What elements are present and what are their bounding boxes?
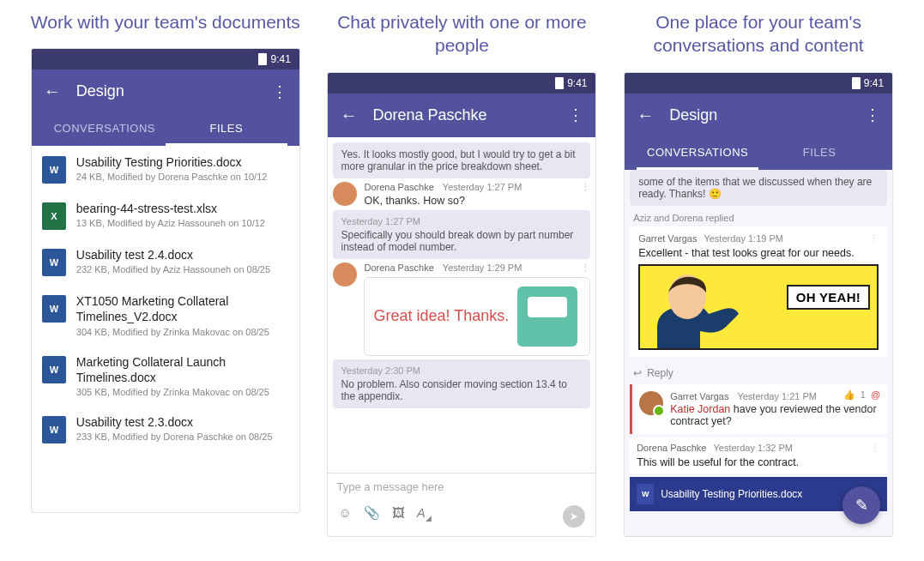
meme-image[interactable]: OH YEAH! [638,264,879,350]
file-meta: 13 KB, Modified by Aziz Hassouneh on 10/… [76,218,289,228]
timestamp: Yesterday 1:21 PM [737,391,817,401]
send-button[interactable]: ➤ [563,505,585,528]
incoming-message[interactable]: Dorena PaschkeYesterday 1:27 PM⋮ OK, tha… [333,182,590,207]
conversation-feed: some of the items that we discussed when… [625,170,892,536]
file-name: Usability test 2.4.docx [76,247,289,262]
timestamp: Yesterday 1:27 PM [443,182,573,192]
word-file-icon: W [637,484,654,504]
outgoing-bubble[interactable]: Yesterday 2:30 PM No problem. Also consi… [333,359,590,408]
word-file-icon: W [42,416,66,443]
timestamp: Yesterday 1:32 PM [713,443,793,453]
msg-menu-icon[interactable]: ⋮ [871,443,880,454]
msg-menu-icon[interactable]: ⋮ [869,233,879,244]
file-name: XT1050 Marketing Collateral Timelines_V2… [76,293,289,324]
file-name: bearing-44-stress-test.xlsx [76,201,289,216]
file-meta: 24 KB, Modified by Dorena Paschke on 10/… [76,172,289,182]
battery-icon [555,77,564,89]
reply-bubble[interactable]: some of the items that we discussed when… [630,170,887,206]
file-row[interactable]: WUsability test 2.4.docx232 KB, Modified… [32,238,299,285]
status-bar: 9:41 [625,73,892,94]
meme-illustration [640,267,760,348]
caption-files: Work with your team's documents [31,10,300,33]
thread-reply[interactable]: 👍1@ Garret VargasYesterday 1:21 PM Katie… [630,384,887,434]
app-bar: ← Dorena Paschke ⋮ [328,94,595,137]
image-icon[interactable]: 🖼 [392,505,405,528]
file-row[interactable]: WXT1050 Marketing Collateral Timelines_V… [32,285,299,345]
reply-summary[interactable]: Aziz and Dorena replied [625,209,892,226]
message-input[interactable]: Type a message here [336,480,587,493]
format-icon[interactable]: A◢ [417,505,432,528]
back-icon[interactable]: ← [637,106,654,125]
caption-chat: Chat privately with one or more people [316,10,607,57]
message-text: This will be useful for the contract. [637,456,880,468]
incoming-message[interactable]: Dorena PaschkeYesterday 1:29 PM⋮ Great i… [333,262,590,356]
word-file-icon: W [42,295,66,323]
phone-chat: 9:41 ← Dorena Paschke ⋮ Yes. It looks mo… [328,73,595,536]
chat-thread: Yes. It looks mostly good, but I would t… [328,137,595,473]
excel-file-icon: X [42,202,66,230]
word-file-icon: W [42,249,66,276]
more-icon[interactable]: ⋮ [272,82,287,101]
back-icon[interactable]: ← [44,81,61,101]
status-time: 9:41 [567,77,587,89]
phone-files: 9:41 ← Design ⋮ CONVERSATIONS FILES WUsa… [32,49,299,512]
file-row[interactable]: WMarketing Collateral Launch Timelines.d… [32,346,299,406]
file-meta: 305 KB, Modified by Zrinka Makovac on 08… [76,387,289,397]
file-row[interactable]: WUsability test 2.3.docx233 KB, Modified… [32,406,299,452]
robot-illustration [517,287,577,347]
tab-conversations[interactable]: CONVERSATIONS [637,137,758,170]
file-row[interactable]: WUsability Testing Priorities.docx24 KB,… [32,146,299,192]
battery-icon [258,53,267,65]
sticker[interactable]: Great idea! Thanks. [364,277,590,356]
composer: Type a message here [328,473,595,500]
status-bar: 9:41 [32,49,299,69]
status-bar: 9:41 [328,73,595,94]
more-icon[interactable]: ⋮ [568,106,583,124]
avatar [639,391,663,415]
post[interactable]: Garret VargasYesterday 1:19 PM⋮ Excellen… [630,226,887,357]
file-meta: 233 KB, Modified by Dorena Paschke on 08… [76,431,289,442]
author-name: Dorena Paschke [637,443,706,453]
caption-conv: One place for your team's conversations … [613,10,904,57]
timestamp: Yesterday 1:19 PM [704,233,783,244]
msg-menu-icon[interactable]: ⋮ [581,262,590,274]
word-file-icon: W [42,356,66,383]
attach-icon[interactable]: 📎 [364,505,380,528]
message-text: Specifically you should break down by pa… [341,229,583,253]
compose-fab[interactable]: ✎ [842,486,880,524]
file-name: Usability test 2.3.docx [76,414,289,430]
emoji-icon[interactable]: ☺ [338,505,351,528]
mention[interactable]: Katie Jordan [670,403,730,415]
file-meta: 232 KB, Modified by Aziz Hassouneh on 08… [76,264,289,274]
tab-conversations[interactable]: CONVERSATIONS [44,113,166,146]
app-bar: ← Design ⋮ CONVERSATIONS FILES [32,69,299,146]
tab-files[interactable]: FILES [166,113,287,146]
more-icon[interactable]: ⋮ [865,106,880,124]
status-time: 9:41 [270,53,290,65]
mention-badge-icon: @ [871,389,880,400]
like-icon: 👍 [843,389,855,401]
file-row[interactable]: Xbearing-44-stress-test.xlsx13 KB, Modif… [32,192,299,238]
reply-button[interactable]: ↩Reply [625,362,892,384]
sender-name: Dorena Paschke [364,262,433,273]
compose-icon: ✎ [855,496,868,515]
file-name: Usability Testing Priorities.docx [76,154,289,170]
back-icon[interactable]: ← [340,106,357,125]
msg-menu-icon[interactable]: ⋮ [581,182,590,193]
outgoing-bubble[interactable]: Yes. It looks mostly good, but I would t… [333,142,590,178]
file-name: Marketing Collateral Launch Timelines.do… [76,354,289,385]
phone-conversations: 9:41 ← Design ⋮ CONVERSATIONS FILES some… [625,73,892,536]
attachment-name: Usability Testing Priorities.docx [661,488,802,500]
thread-reply[interactable]: Dorena PaschkeYesterday 1:32 PM⋮ This wi… [630,437,887,474]
timestamp: Yesterday 1:27 PM [341,216,583,226]
tabs: CONVERSATIONS FILES [637,137,880,170]
tab-files[interactable]: FILES [758,137,880,170]
outgoing-bubble[interactable]: Yesterday 1:27 PM Specifically you shoul… [333,210,590,259]
battery-icon [852,77,861,89]
tabs: CONVERSATIONS FILES [44,113,287,146]
timestamp: Yesterday 1:29 PM [443,262,573,273]
reactions[interactable]: 👍1@ [843,389,880,401]
message-text: OK, thanks. How so? [364,195,590,207]
avatar [333,262,357,287]
meme-caption: OH YEAH! [787,285,870,310]
